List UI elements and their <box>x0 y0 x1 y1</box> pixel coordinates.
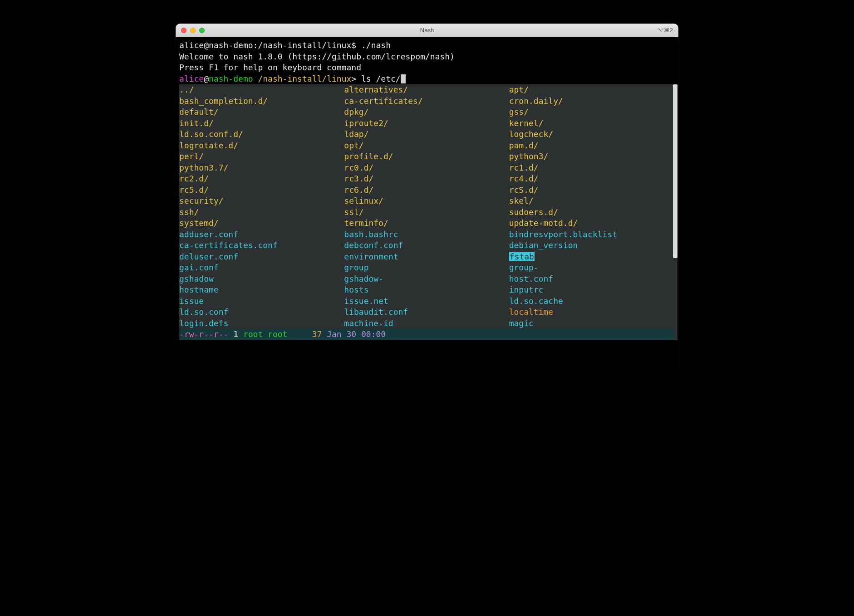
list-item[interactable]: profile.d/ <box>344 151 509 162</box>
status-group: root <box>263 329 287 339</box>
list-item[interactable]: ca-certificates.conf <box>179 240 344 251</box>
list-item[interactable]: rc3.d/ <box>344 173 509 185</box>
list-item[interactable]: group <box>344 262 509 274</box>
list-item[interactable]: magic <box>509 318 674 329</box>
list-item[interactable]: rc2.d/ <box>179 173 344 185</box>
list-item[interactable]: systemd/ <box>179 218 344 229</box>
list-item[interactable]: ldap/ <box>344 129 509 140</box>
status-date: Jan 30 00:00 <box>322 329 386 339</box>
list-item[interactable]: cron.daily/ <box>509 96 674 107</box>
window-shortcut: ⌥⌘2 <box>657 27 673 34</box>
list-item[interactable]: libaudit.conf <box>344 307 509 318</box>
prompt-at: @ <box>204 74 209 83</box>
list-item[interactable]: alternatives/ <box>344 84 509 96</box>
zoom-icon[interactable] <box>199 28 205 33</box>
prompt-command: ls /etc/ <box>356 74 401 83</box>
list-item[interactable]: issue.net <box>344 296 509 307</box>
minimize-icon[interactable] <box>190 28 196 33</box>
list-item[interactable]: rc0.d/ <box>344 162 509 174</box>
list-item[interactable]: ssh/ <box>179 207 344 218</box>
list-item[interactable]: logrotate.d/ <box>179 140 344 152</box>
list-item[interactable]: iproute2/ <box>344 118 509 129</box>
list-item[interactable]: ca-certificates/ <box>344 96 509 107</box>
list-item[interactable]: gai.conf <box>179 262 344 274</box>
list-item[interactable]: ld.so.conf <box>179 307 344 318</box>
list-item[interactable]: rc6.d/ <box>344 185 509 196</box>
list-item[interactable]: init.d/ <box>179 118 344 129</box>
list-item[interactable]: bindresvport.blacklist <box>509 229 674 240</box>
list-item[interactable]: hostname <box>179 284 344 296</box>
terminal-body[interactable]: alice@nash-demo:/nash-install/linux$ ./n… <box>176 37 678 373</box>
list-item[interactable]: bash.bashrc <box>344 229 509 240</box>
list-item[interactable]: skel/ <box>509 196 674 207</box>
list-item[interactable]: python3.7/ <box>179 162 344 174</box>
list-item[interactable]: ../ <box>179 84 344 96</box>
list-item[interactable]: host.conf <box>509 274 674 285</box>
list-item[interactable]: inputrc <box>509 284 674 296</box>
list-item[interactable]: kernel/ <box>509 118 674 129</box>
list-item[interactable]: deluser.conf <box>179 251 344 263</box>
completion-list[interactable]: ../alternatives/apt/bash_completion.d/ca… <box>179 84 677 340</box>
traffic-lights <box>176 28 205 33</box>
list-item[interactable]: issue <box>179 296 344 307</box>
prompt-user: alice <box>179 74 204 83</box>
status-size: 37 <box>287 329 322 339</box>
list-item[interactable]: machine-id <box>344 318 509 329</box>
list-item[interactable]: login.defs <box>179 318 344 329</box>
list-item[interactable]: opt/ <box>344 140 509 152</box>
prompt-path: /nash-install/linux <box>258 74 351 83</box>
status-perms: -rw-r--r-- <box>179 329 228 339</box>
list-item[interactable]: logcheck/ <box>509 129 674 140</box>
list-item[interactable]: adduser.conf <box>179 229 344 240</box>
list-item[interactable]: perl/ <box>179 151 344 162</box>
list-item[interactable]: environment <box>344 251 509 263</box>
list-item[interactable]: default/ <box>179 107 344 118</box>
close-icon[interactable] <box>181 28 187 33</box>
list-item[interactable]: sudoers.d/ <box>509 207 674 218</box>
list-item[interactable]: rc4.d/ <box>509 173 674 185</box>
output-line: alice@nash-demo:/nash-install/linux$ ./n… <box>179 40 677 51</box>
list-item[interactable]: security/ <box>179 196 344 207</box>
list-item[interactable]: selinux/ <box>344 196 509 207</box>
list-item[interactable]: group- <box>509 262 674 274</box>
list-item[interactable]: ld.so.cache <box>509 296 674 307</box>
list-item[interactable]: gshadow <box>179 274 344 285</box>
window-title: Nash <box>176 27 678 34</box>
list-item[interactable]: rcS.d/ <box>509 185 674 196</box>
list-item[interactable]: bash_completion.d/ <box>179 96 344 107</box>
list-item[interactable]: ssl/ <box>344 207 509 218</box>
list-item[interactable]: localtime <box>509 307 674 318</box>
list-item[interactable]: python3/ <box>509 151 674 162</box>
list-item[interactable]: debian_version <box>509 240 674 251</box>
terminal-window: Nash ⌥⌘2 alice@nash-demo:/nash-install/l… <box>176 24 678 373</box>
output-line: Press F1 for help on keyboard command <box>179 62 677 73</box>
titlebar[interactable]: Nash ⌥⌘2 <box>176 24 678 37</box>
list-item[interactable]: rc5.d/ <box>179 185 344 196</box>
list-item[interactable]: pam.d/ <box>509 140 674 152</box>
list-item[interactable]: gss/ <box>509 107 674 118</box>
list-item[interactable]: terminfo/ <box>344 218 509 229</box>
list-item[interactable]: ld.so.conf.d/ <box>179 129 344 140</box>
list-item[interactable]: debconf.conf <box>344 240 509 251</box>
list-item[interactable]: apt/ <box>509 84 674 96</box>
list-item[interactable]: gshadow- <box>344 274 509 285</box>
list-item[interactable]: fstab <box>509 251 674 263</box>
list-item[interactable]: update-motd.d/ <box>509 218 674 229</box>
output-line: Welcome to nash 1.8.0 (https://github.co… <box>179 51 677 63</box>
list-item[interactable]: dpkg/ <box>344 107 509 118</box>
list-item[interactable]: hosts <box>344 284 509 296</box>
scrollbar[interactable] <box>673 84 677 258</box>
prompt-gt: > <box>351 74 356 83</box>
status-owner: root <box>243 329 263 339</box>
prompt-line[interactable]: alice@nash-demo /nash-install/linux> ls … <box>179 73 677 85</box>
cursor-icon <box>401 74 406 83</box>
list-item[interactable]: rc1.d/ <box>509 162 674 174</box>
prompt-host: nash-demo <box>209 74 253 83</box>
status-line: -rw-r--r-- 1 root root 37 Jan 30 00:00 <box>179 329 674 340</box>
